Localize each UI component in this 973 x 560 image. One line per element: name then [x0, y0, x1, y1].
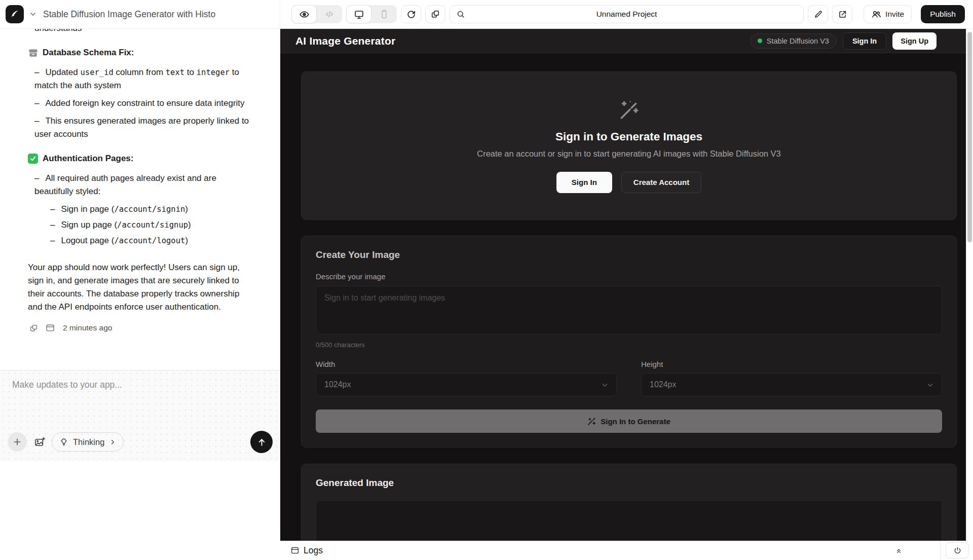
open-in-new-tab-button[interactable] — [832, 5, 852, 23]
text-fragment: Sign up page ( — [61, 220, 117, 230]
preview-app-header: AI Image Generator Stable Diffusion V3 S… — [280, 29, 966, 53]
height-label: Height — [641, 360, 942, 368]
project-url-bar[interactable]: Unnamed Project — [450, 5, 804, 23]
add-attachment-button[interactable] — [8, 432, 27, 452]
list-item: –This ensures generated images are prope… — [28, 115, 250, 141]
heading-text: Authentication Pages: — [43, 152, 133, 165]
list-item: –Updated user_id column from text to int… — [28, 66, 250, 92]
people-icon — [871, 9, 881, 19]
section-heading-database: Database Schema Fix: — [28, 46, 250, 59]
mobile-view-button[interactable] — [371, 5, 397, 23]
invite-button[interactable]: Invite — [864, 5, 912, 23]
text-fragment: ) — [185, 204, 188, 214]
text-fragment: Logout page ( — [61, 236, 114, 245]
database-emoji-icon — [28, 48, 38, 58]
plus-icon — [12, 437, 22, 447]
height-field: Height 1024px — [641, 360, 942, 396]
width-label: Width — [316, 360, 617, 368]
device-switch — [346, 5, 397, 23]
preview-app-body: Sign in to Generate Images Create an acc… — [280, 53, 966, 541]
app-logo[interactable] — [6, 5, 24, 23]
create-image-heading: Create Your Image — [316, 249, 942, 260]
send-button[interactable] — [250, 431, 273, 453]
scrollbar-thumb[interactable] — [967, 32, 972, 242]
arrow-up-icon — [256, 437, 267, 447]
text-fragment: ) — [185, 236, 188, 245]
desktop-view-button[interactable] — [346, 5, 371, 23]
preview-mode-button[interactable] — [291, 5, 317, 23]
generated-image-heading: Generated Image — [316, 477, 942, 489]
create-image-card: Create Your Image Describe your image 0/… — [301, 236, 957, 447]
refresh-button[interactable] — [401, 5, 421, 23]
status-dot — [758, 39, 762, 43]
copy-message-button[interactable] — [29, 323, 39, 333]
card-icon — [45, 323, 55, 333]
dimension-controls: Width 1024px Height 1024px — [316, 360, 942, 396]
screen: Stable Diffusion Image Generator with Hi… — [0, 0, 973, 560]
text-fragment: Sign in page ( — [61, 204, 114, 214]
generate-button-label: Sign In to Generate — [601, 417, 670, 426]
list-subitem: –Sign up page (/account/signup) — [28, 218, 250, 232]
window-header: Stable Diffusion Image Generator with Hi… — [0, 0, 280, 28]
duplicate-button[interactable] — [425, 5, 445, 23]
preview-header-actions: Stable Diffusion V3 Sign In Sign Up — [750, 32, 937, 50]
logs-bar: Logs — [280, 541, 973, 560]
chat-input[interactable] — [12, 380, 268, 412]
thinking-mode-selector[interactable]: Thinking — [52, 432, 124, 452]
expand-logs-button[interactable] — [890, 544, 908, 557]
message-timestamp: 2 minutes ago — [63, 321, 112, 334]
generate-button[interactable]: Sign In to Generate — [316, 409, 942, 433]
top-toolbar: Stable Diffusion Image Generator with Hi… — [0, 0, 973, 29]
prompt-label: Describe your image — [316, 272, 942, 281]
code-icon — [324, 9, 334, 19]
power-button[interactable] — [946, 542, 969, 558]
text-fragment: ) — [188, 220, 191, 230]
hero-sign-in-button[interactable]: Sign In — [556, 172, 612, 193]
code-mode-button[interactable] — [317, 5, 342, 23]
logs-label: Logs — [304, 545, 323, 556]
add-image-button[interactable] — [34, 436, 46, 448]
mode-label: Thinking — [73, 437, 104, 447]
checkpoint-button[interactable] — [45, 323, 55, 333]
logs-actions — [890, 541, 969, 560]
width-select[interactable]: 1024px — [316, 373, 617, 396]
text-fragment: Updated — [45, 67, 80, 77]
text-fragment: understands — [34, 29, 82, 33]
prompt-input[interactable] — [316, 286, 942, 334]
chevron-right-icon — [109, 438, 117, 446]
header-sign-in-button[interactable]: Sign In — [843, 32, 886, 50]
edit-button[interactable] — [808, 5, 828, 23]
sign-in-prompt-card: Sign in to Generate Images Create an acc… — [301, 71, 957, 220]
code-fragment: /account/signin — [114, 205, 185, 214]
toolbar-actions: Unnamed Project Invite Publish — [280, 0, 973, 28]
width-field: Width 1024px — [316, 360, 617, 396]
header-sign-up-button[interactable]: Sign Up — [892, 32, 937, 50]
divider — [940, 541, 941, 560]
clipped-text-line: understands — [28, 29, 250, 35]
height-select[interactable]: 1024px — [641, 373, 942, 396]
swoosh-logo-icon — [9, 8, 21, 20]
model-badge: Stable Diffusion V3 — [750, 33, 837, 49]
code-fragment: user_id — [80, 68, 113, 77]
sign-in-prompt-actions: Sign In Create Account — [556, 172, 701, 193]
heading-text: Database Schema Fix: — [43, 46, 134, 59]
text-fragment: This ensures generated images are proper… — [34, 116, 249, 139]
generated-image-card: Generated Image — [301, 464, 957, 541]
chat-transcript: understands Database Schema Fix: –Update… — [0, 29, 280, 370]
height-value: 1024px — [650, 380, 677, 389]
text-fragment: All required auth pages already exist an… — [34, 173, 216, 196]
double-chevron-up-icon — [895, 547, 903, 554]
chevron-down-icon[interactable] — [29, 10, 37, 18]
bullet-dash: – — [34, 67, 39, 77]
refresh-icon — [406, 10, 416, 19]
preview-scrollbar[interactable] — [966, 29, 973, 541]
create-account-button[interactable]: Create Account — [621, 172, 701, 193]
power-icon — [953, 546, 962, 555]
bullet-dash: – — [50, 220, 55, 230]
bullet-dash: – — [34, 116, 39, 126]
lightbulb-icon — [59, 437, 68, 446]
text-fragment: Added foreign key constraint to ensure d… — [45, 98, 244, 108]
project-name: Unnamed Project — [450, 10, 803, 19]
code-fragment: /account/signup — [117, 220, 188, 230]
publish-button[interactable]: Publish — [921, 5, 965, 23]
